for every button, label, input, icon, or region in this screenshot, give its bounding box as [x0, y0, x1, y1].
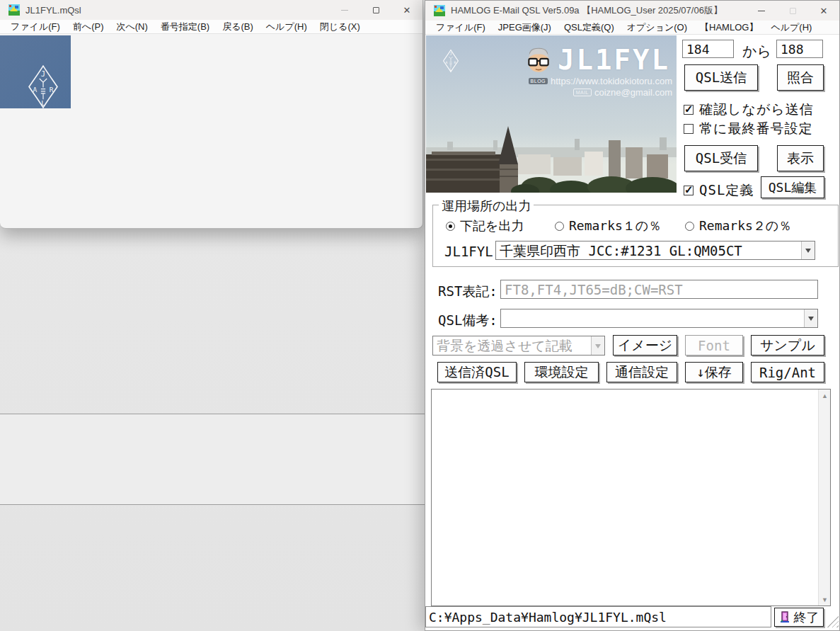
menu-prev[interactable]: 前へ(P)	[67, 21, 110, 33]
titlebar[interactable]: HAMLOG E-Mail QSL Ver5.09a 【HAMLOG_User …	[425, 1, 839, 21]
qsl-receive-button[interactable]: QSL受信	[684, 145, 758, 171]
show-button[interactable]: 表示	[777, 145, 824, 171]
radio-selected[interactable]	[446, 222, 455, 231]
svg-text:J: J	[41, 69, 45, 78]
checkbox-checked[interactable]	[684, 105, 694, 115]
log-textarea[interactable]: ▲ ▼	[431, 389, 831, 606]
svg-text:A: A	[33, 86, 38, 93]
qsl-send-button[interactable]: QSL送信	[684, 64, 758, 91]
statusbar: C:¥Apps_Data¥Hamlog¥JL1FYL.mQsl 終了	[425, 606, 839, 628]
menu-qsl-define[interactable]: QSL定義(Q)	[558, 21, 621, 34]
radio-label: Remarks１の％	[569, 217, 661, 234]
hamlog-email-qsl-window: HAMLOG E-Mail QSL Ver5.09a 【HAMLOG_User …	[425, 0, 840, 631]
svg-text:L: L	[41, 99, 45, 107]
checkbox-unchecked[interactable]	[684, 124, 694, 134]
qsl-remarks-combobox[interactable]	[500, 309, 818, 328]
file-path-text: C:¥Apps_Data¥Hamlog¥JL1FYL.mQsl	[429, 610, 667, 625]
blog-url-line: BLOG https://www.tokidokiotoru.com	[529, 76, 672, 86]
svg-text:R: R	[454, 60, 456, 64]
location-combobox[interactable]: 千葉県印西市 JCC:#1231 GL:QM05CT	[495, 241, 815, 260]
jarl-logo: J A R L	[28, 65, 58, 108]
background-window-edge	[0, 504, 425, 505]
radio-output-below[interactable]: 下記を出力	[446, 217, 524, 234]
app-icon	[8, 4, 20, 16]
groupbox-title: 運用場所の出力	[439, 198, 534, 215]
qsl-number-to-input[interactable]	[776, 40, 823, 58]
window-title: JL1FYL.mQsl	[25, 5, 81, 16]
menubar: ファイル(F) 前へ(P) 次へ(N) 番号指定(B) 戻る(B) ヘルプ(H)…	[0, 20, 422, 34]
radio-unselected[interactable]	[685, 222, 694, 231]
menu-file[interactable]: ファイル(F)	[4, 21, 67, 33]
client-area: J A R L JL1FYL BLOG https://www.tokidoki…	[425, 35, 839, 630]
verify-button[interactable]: 照合	[777, 64, 824, 91]
close-button[interactable]: ✕	[808, 1, 839, 21]
save-button[interactable]: ↓保存	[685, 362, 743, 382]
resize-grip[interactable]	[827, 616, 839, 627]
menu-back[interactable]: 戻る(B)	[216, 21, 260, 33]
always-last-number-checkbox[interactable]: 常に最終番号設定	[684, 120, 812, 138]
radio-label: Remarks２の％	[699, 217, 791, 234]
exit-label: 終了	[794, 609, 819, 626]
background-mode-value: 背景を透過させて記載	[433, 336, 591, 355]
rst-label: RST表記:	[438, 283, 497, 301]
qsl-remarks-value	[501, 309, 804, 327]
checkbox-checked[interactable]	[684, 186, 694, 195]
menu-next[interactable]: 次へ(N)	[110, 21, 154, 33]
menu-hamlog[interactable]: 【HAMLOG】	[694, 21, 764, 34]
svg-text:A: A	[445, 60, 447, 64]
svg-text:R: R	[50, 86, 54, 93]
radio-remarks2[interactable]: Remarks２の％	[685, 217, 791, 234]
checkbox-label: 確認しながら送信	[699, 101, 814, 119]
menu-number[interactable]: 番号指定(B)	[154, 21, 216, 33]
callsign-text: JL1FYL	[558, 44, 670, 76]
minimize-button[interactable]	[746, 1, 777, 21]
rst-format-input[interactable]	[500, 280, 818, 299]
background-window-edge	[0, 414, 425, 414]
maximize-button[interactable]	[360, 0, 391, 20]
qsl-define-checkbox[interactable]: QSL定義	[684, 181, 754, 200]
location-value: 千葉県印西市 JCC:#1231 GL:QM05CT	[496, 241, 801, 259]
titlebar[interactable]: JL1FYL.mQsl ✕	[0, 0, 422, 20]
email-address: coizne@gmail.com	[594, 87, 672, 98]
scroll-up-icon[interactable]: ▲	[819, 390, 831, 402]
image-button[interactable]: イメージ	[613, 335, 677, 356]
close-button[interactable]: ✕	[391, 0, 422, 20]
background-mode-combobox: 背景を透過させて記載	[432, 336, 605, 356]
exit-button[interactable]: 終了	[774, 608, 824, 627]
confirm-send-checkbox[interactable]: 確認しながら送信	[684, 101, 814, 119]
qsl-number-from-input[interactable]	[682, 40, 734, 58]
mail-badge: MAIL	[573, 89, 592, 96]
qsl-card-photo[interactable]: J A R L JL1FYL BLOG https://www.tokidoki…	[426, 35, 677, 193]
menu-help[interactable]: ヘルプ(H)	[260, 21, 313, 33]
chevron-down-icon[interactable]	[804, 309, 817, 327]
chevron-down-icon[interactable]	[801, 241, 815, 259]
communication-settings-button[interactable]: 通信設定	[606, 362, 677, 382]
qsl-card-preview: J A R L	[0, 35, 71, 108]
checkbox-label: QSL定義	[699, 181, 754, 200]
file-path-field: C:¥Apps_Data¥Hamlog¥JL1FYL.mQsl	[425, 606, 771, 627]
email-line: MAIL coizne@gmail.com	[573, 87, 672, 98]
svg-text:L: L	[450, 67, 452, 72]
vertical-scrollbar[interactable]: ▲ ▼	[818, 390, 830, 606]
maximize-button	[777, 1, 808, 21]
scroll-down-icon[interactable]: ▼	[819, 593, 831, 606]
range-separator-label: から	[742, 42, 771, 61]
radio-remarks1[interactable]: Remarks１の％	[555, 217, 661, 234]
sent-qsl-button[interactable]: 送信済QSL	[437, 362, 517, 382]
sample-button[interactable]: サンプル	[751, 335, 824, 356]
menu-close[interactable]: 閉じる(X)	[313, 21, 367, 33]
exit-door-icon	[779, 611, 791, 623]
window-title: HAMLOG E-Mail QSL Ver5.09a 【HAMLOG_User …	[451, 4, 723, 17]
qsl-edit-button[interactable]: QSL編集	[761, 176, 824, 198]
font-button: Font	[685, 335, 743, 356]
minimize-button[interactable]	[329, 0, 360, 20]
environment-settings-button[interactable]: 環境設定	[524, 362, 599, 382]
rig-ant-button[interactable]: Rig/Ant	[751, 362, 824, 382]
menu-help[interactable]: ヘルプ(H)	[764, 21, 818, 34]
menu-options[interactable]: オプション(O)	[621, 21, 694, 34]
radio-label: 下記を出力	[460, 217, 524, 234]
app-icon	[434, 5, 445, 16]
menu-jpeg[interactable]: JPEG画像(J)	[492, 21, 558, 34]
menu-file[interactable]: ファイル(F)	[430, 21, 492, 34]
radio-unselected[interactable]	[555, 222, 564, 231]
